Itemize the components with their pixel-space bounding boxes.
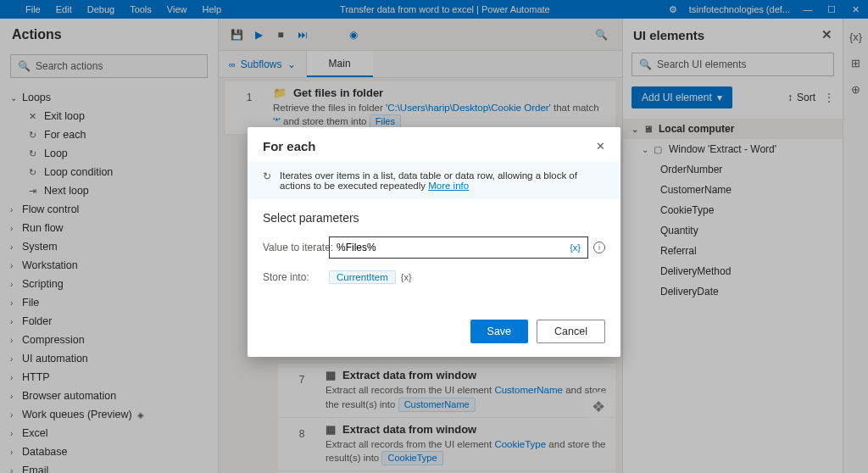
info-icon[interactable]: i bbox=[593, 242, 605, 253]
dialog-close-button[interactable]: ✕ bbox=[596, 140, 605, 153]
save-button[interactable]: Save bbox=[470, 320, 529, 343]
dialog-title: For each bbox=[263, 139, 316, 153]
value-to-iterate-input[interactable]: %Files% {x} bbox=[329, 236, 588, 259]
variable-picker-icon[interactable]: {x} bbox=[401, 272, 412, 282]
store-into-variable[interactable]: CurrentItem bbox=[329, 270, 396, 284]
select-parameters-heading: Select parameters bbox=[263, 211, 605, 225]
loop-icon: ↻ bbox=[263, 170, 271, 191]
dialog-info-text: Iterates over items in a list, data tabl… bbox=[280, 170, 605, 191]
value-to-iterate-label: Value to iterate: bbox=[263, 242, 329, 253]
store-into-label: Store into: bbox=[263, 271, 329, 283]
for-each-dialog: For each ✕ ↻ Iterates over items in a li… bbox=[248, 127, 620, 357]
value-to-iterate-value: %Files% bbox=[337, 242, 376, 253]
cancel-button[interactable]: Cancel bbox=[537, 320, 605, 343]
variable-picker-icon[interactable]: {x} bbox=[570, 242, 581, 253]
more-info-link[interactable]: More info bbox=[428, 181, 469, 191]
modal-overlay: For each ✕ ↻ Iterates over items in a li… bbox=[0, 0, 868, 473]
